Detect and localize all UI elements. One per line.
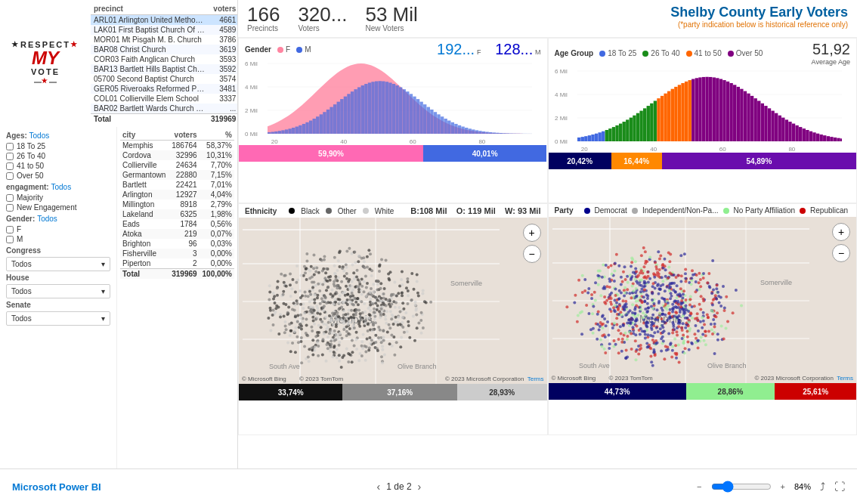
- svg-point-811: [328, 314, 331, 317]
- svg-point-1144: [639, 255, 642, 258]
- zoom-slider[interactable]: [711, 481, 772, 493]
- zoom-plus-icon[interactable]: +: [781, 482, 785, 491]
- svg-point-1788: [619, 283, 622, 286]
- svg-point-1500: [663, 290, 666, 293]
- gender-pct-f: 59,90%: [239, 145, 423, 162]
- table-row[interactable]: BAR02 Bartlett Wards Church Of Christ...: [91, 104, 237, 114]
- house-dropdown[interactable]: Todos ▾: [6, 284, 110, 298]
- svg-point-360: [412, 315, 415, 318]
- age-26-40[interactable]: 26 To 40: [6, 152, 110, 160]
- expand-icon[interactable]: ⛶: [834, 481, 845, 493]
- house-filter: House Todos ▾: [6, 274, 110, 298]
- svg-point-665: [379, 287, 382, 290]
- list-item[interactable]: Fisherville30,00%: [120, 249, 234, 258]
- table-row[interactable]: ARL01 Arlington United Methodist Church4…: [91, 15, 237, 26]
- list-item[interactable]: Eads17840,56%: [120, 219, 234, 229]
- svg-point-941: [298, 326, 301, 329]
- engagement-new[interactable]: New Engagement: [6, 203, 110, 212]
- age-18-25[interactable]: 18 To 25: [6, 142, 110, 150]
- zoom-minus-icon[interactable]: −: [697, 482, 701, 491]
- svg-point-269: [321, 283, 324, 286]
- ethnicity-map-zoom-minus[interactable]: −: [523, 245, 541, 263]
- svg-point-1599: [642, 286, 645, 289]
- svg-point-832: [382, 301, 385, 305]
- age-avg-block: 51,92 Average Age: [812, 41, 850, 66]
- table-row[interactable]: MOR01 Mt Pisgah M. B. Church3786: [91, 35, 237, 45]
- list-item[interactable]: Cordova3299610,31%: [120, 150, 234, 160]
- svg-point-333: [345, 348, 348, 351]
- svg-point-974: [323, 281, 326, 284]
- svg-point-1635: [668, 308, 671, 311]
- svg-rect-58: [430, 110, 433, 134]
- svg-point-850: [311, 329, 314, 332]
- svg-point-1778: [633, 340, 636, 343]
- age-41-50[interactable]: 41 to 50: [6, 162, 110, 170]
- table-row[interactable]: COL01 Collierville Elem School3337: [91, 94, 237, 104]
- party-map-terms[interactable]: Terms: [837, 375, 853, 382]
- svg-point-727: [341, 356, 344, 359]
- svg-rect-121: [626, 119, 629, 141]
- table-row[interactable]: BAR13 Bartlett Hills Baptist Church3592: [91, 64, 237, 74]
- share-icon[interactable]: ⤴: [820, 481, 825, 493]
- svg-point-341: [385, 311, 388, 314]
- list-item[interactable]: Bartlett224217,01%: [120, 180, 234, 190]
- svg-point-874: [360, 293, 364, 296]
- svg-point-1358: [659, 285, 662, 288]
- list-item[interactable]: Piperton20,00%: [120, 258, 234, 269]
- svg-point-1560: [682, 289, 685, 292]
- svg-point-372: [289, 273, 292, 276]
- list-item[interactable]: Atoka2190,07%: [120, 229, 234, 239]
- svg-rect-108: [580, 137, 583, 141]
- table-row[interactable]: BAR08 Christ Church3619: [91, 45, 237, 54]
- ages-value: Todos: [29, 131, 50, 140]
- svg-point-1627: [591, 313, 594, 316]
- svg-point-723: [294, 315, 297, 318]
- ethnicity-map-zoom-plus[interactable]: +: [523, 224, 541, 242]
- svg-point-833: [333, 264, 336, 267]
- svg-point-798: [300, 274, 303, 277]
- table-row[interactable]: 05700 Second Baptist Church3574: [91, 74, 237, 84]
- svg-point-1811: [618, 326, 621, 329]
- svg-point-732: [348, 354, 351, 357]
- svg-rect-63: [447, 121, 450, 134]
- table-row[interactable]: COR03 Faith Anglican Church3593: [91, 54, 237, 64]
- svg-point-311: [271, 323, 274, 326]
- next-page-button[interactable]: ›: [418, 481, 422, 493]
- svg-point-1320: [580, 311, 583, 314]
- svg-rect-37: [357, 87, 360, 134]
- congress-dropdown[interactable]: Todos ▾: [6, 257, 110, 271]
- svg-rect-146: [712, 77, 715, 141]
- svg-point-834: [388, 343, 391, 346]
- list-item[interactable]: Brighton960,03%: [120, 239, 234, 249]
- svg-rect-166: [781, 118, 784, 141]
- gender-f[interactable]: F: [6, 225, 110, 233]
- svg-point-913: [351, 288, 354, 291]
- svg-point-928: [388, 303, 391, 306]
- svg-point-828: [376, 308, 379, 311]
- svg-point-1498: [722, 338, 725, 341]
- table-row[interactable]: LAK01 First Baptist Church Of Lakeland45…: [91, 25, 237, 35]
- logo-my: MY: [11, 49, 79, 67]
- list-item[interactable]: Memphis18676458,37%: [120, 141, 234, 151]
- engagement-majority[interactable]: Majority: [6, 193, 110, 202]
- svg-point-844: [325, 289, 328, 292]
- svg-point-696: [313, 349, 316, 352]
- svg-point-1426: [612, 339, 615, 342]
- svg-rect-153: [736, 87, 739, 141]
- list-item[interactable]: Arlington129274,04%: [120, 190, 234, 199]
- prev-page-button[interactable]: ‹: [377, 481, 381, 493]
- list-item[interactable]: Millington89182,79%: [120, 199, 234, 209]
- senate-dropdown[interactable]: Todos ▾: [6, 311, 110, 326]
- age-over-50[interactable]: Over 50: [6, 172, 110, 180]
- table-row[interactable]: GER05 Riveroaks Reformed Presbyterian Ch…: [91, 84, 237, 94]
- senate-value: Todos: [11, 314, 32, 323]
- svg-point-939: [350, 309, 353, 312]
- list-item[interactable]: Collierville246347,70%: [120, 160, 234, 170]
- list-item[interactable]: Germantown228807,15%: [120, 170, 234, 180]
- svg-point-1251: [704, 330, 707, 333]
- svg-point-870: [391, 314, 394, 317]
- svg-text:Olive Branch: Olive Branch: [707, 362, 747, 369]
- gender-m[interactable]: M: [6, 235, 110, 243]
- list-item[interactable]: Lakeland63251,98%: [120, 209, 234, 219]
- ethnicity-map-terms[interactable]: Terms: [528, 376, 544, 382]
